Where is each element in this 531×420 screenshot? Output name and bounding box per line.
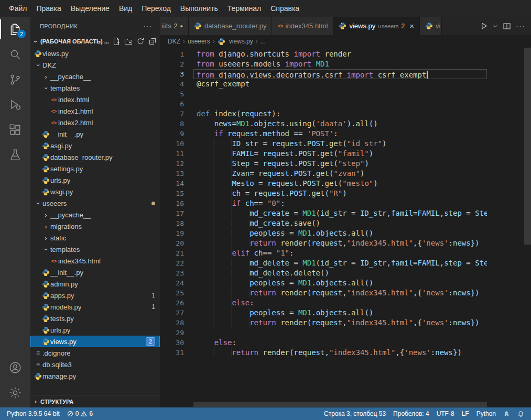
tree-item-wsgi.py[interactable]: wsgi.py (30, 186, 160, 197)
horizontal-scrollbar[interactable] (193, 402, 487, 407)
run-debug-activity-button[interactable] (0, 92, 30, 117)
minimap[interactable] (488, 49, 524, 82)
tree-item-index2.html[interactable]: <>index2.html (30, 117, 160, 128)
bell-icon[interactable] (514, 407, 528, 420)
tree-item-index1.html[interactable]: <>index1.html (30, 105, 160, 117)
code-line-25[interactable]: 25 return render(request,"index345.html"… (160, 288, 487, 298)
menu-item-8[interactable]: Справка (266, 2, 304, 15)
code-line-7[interactable]: 7def index(request): (160, 109, 487, 119)
eol-sequence[interactable]: LF (458, 407, 473, 420)
code-line-2[interactable]: 2from useeers.models import MD1 (160, 59, 487, 69)
tree-item-__init__.py[interactable]: __init__.py (30, 128, 160, 140)
code-line-31[interactable]: 31 return render(request,"index345.html"… (160, 348, 487, 358)
code-line-22[interactable]: 22 md_delete = MD1(id_str = ID_str,famil… (160, 258, 487, 268)
problems-indicator[interactable]: 0 6 (63, 407, 96, 420)
settings-button[interactable] (0, 380, 30, 405)
code-line-19[interactable]: 19 peopless = MD1.objects.all() (160, 228, 487, 238)
tree-item-models.py[interactable]: models.py1 (30, 301, 160, 313)
tree-item-index.html[interactable]: <>index.html (30, 94, 160, 105)
cursor-position[interactable]: Строка 3, столбец 53 (320, 407, 389, 420)
tab-vi[interactable]: vi (420, 17, 442, 35)
menu-item-1[interactable]: Файл (4, 2, 31, 15)
code-line-26[interactable]: 26 else: (160, 298, 487, 308)
close-icon[interactable]: × (409, 21, 414, 30)
new-file-icon[interactable] (112, 37, 121, 46)
tree-item-templates[interactable]: ›templates (30, 244, 160, 255)
code-line-13[interactable]: 13 Zvan= request.POST.get("zvan") (160, 169, 487, 179)
code-line-5[interactable]: 5 (160, 89, 487, 99)
code-line-21[interactable]: 21 elif ch== "1": (160, 248, 487, 258)
tree-item-.dcignore[interactable]: ≡.dcignore (30, 347, 160, 359)
code-line-8[interactable]: 8 news=MD1.objects.using('daata').all() (160, 119, 487, 129)
code-line-1[interactable]: 1from django.shortcuts import render (160, 49, 487, 59)
tree-item-db.sqlite3[interactable]: ≡db.sqlite3 (30, 359, 160, 370)
code-line-28[interactable]: 28 return render(request,"index345.html"… (160, 318, 487, 328)
code-line-24[interactable]: 24 peopless = MD1.objects.all() (160, 278, 487, 288)
horizontal-scrollbar-thumb[interactable] (193, 402, 487, 407)
tree-item-asgi.py[interactable]: asgi.py (30, 140, 160, 151)
explorer-more-actions-icon[interactable]: ··· (143, 21, 153, 30)
encoding[interactable]: UTF-8 (433, 407, 458, 420)
account-button[interactable] (0, 355, 30, 380)
explorer-activity-button[interactable]: 2 (0, 17, 30, 42)
code-line-27[interactable]: 27 peopless = MD1.objects.all() (160, 308, 487, 318)
breadcrumb-item-views.py[interactable]: views.py (229, 38, 253, 45)
language-mode[interactable]: Python (473, 407, 500, 420)
structure-section-header[interactable]: › СТРУКТУРА (30, 395, 160, 407)
tab-index345.html[interactable]: <>index345.html (272, 17, 333, 35)
python-interpreter[interactable]: Python 3.9.5 64-bit (3, 407, 63, 420)
workspace-section-header[interactable]: › (РАБОЧАЯ ОБЛАСТЬ) ... (30, 35, 160, 48)
code-line-20[interactable]: 20 return render(request,"index345.html"… (160, 238, 487, 248)
code-line-23[interactable]: 23 md_delete.delete() (160, 268, 487, 278)
code-line-9[interactable]: 9 if request.method == 'POST': (160, 129, 487, 139)
code-line-4[interactable]: 4@csrf_exempt (160, 79, 487, 89)
tree-item-admin.py[interactable]: admin.py (30, 278, 160, 290)
tree-item-database_roouter.py[interactable]: database_roouter.py (30, 151, 160, 163)
breadcrumb-item-...[interactable]: ... (261, 38, 266, 45)
tree-item-__init__.py[interactable]: __init__.py (30, 267, 160, 278)
tab-iiits[interactable]: iiits2● (160, 17, 189, 35)
menu-item-6[interactable]: Выполнить (176, 2, 223, 15)
vertical-scrollbar[interactable] (524, 48, 531, 407)
code-line-17[interactable]: 17 md_create = MD1(id_str = ID_str,famil… (160, 208, 487, 218)
code-line-11[interactable]: 11 FAMIL= request.POST.get("famil") (160, 149, 487, 159)
menu-item-2[interactable]: Правка (31, 2, 66, 15)
tab-views.py[interactable]: views.pyuseeers2× (333, 17, 419, 35)
vertical-scrollbar-thumb[interactable] (524, 48, 531, 245)
breadcrumb-item-DKZ[interactable]: DKZ (168, 38, 180, 45)
menu-item-3[interactable]: Выделение (66, 2, 114, 15)
menu-item-5[interactable]: Переход (137, 2, 176, 15)
tree-item-migrations[interactable]: ›migrations (30, 220, 160, 232)
tree-item-templates[interactable]: ›templates (30, 82, 160, 94)
breadcrumb-item-useeers[interactable]: useeers (188, 38, 210, 45)
tree-item-urls.py[interactable]: urls.py (30, 174, 160, 186)
tree-item-urls.py[interactable]: urls.py (30, 324, 160, 336)
tree-item-static[interactable]: ›static (30, 232, 160, 244)
extensions-activity-button[interactable] (0, 117, 30, 142)
tree-item-useeers[interactable]: ›useeers (30, 197, 160, 209)
split-editor-icon[interactable] (503, 22, 511, 30)
menu-item-4[interactable]: Вид (114, 2, 137, 15)
code-editor[interactable]: 1from django.shortcuts import render2fro… (160, 48, 531, 407)
tree-item-views.py[interactable]: views.py2 (30, 336, 160, 347)
code-line-12[interactable]: 12 Step = request.POST.get("step") (160, 159, 487, 169)
new-folder-icon[interactable] (124, 37, 133, 46)
tree-item-DKZ[interactable]: ›DKZ (30, 59, 160, 71)
search-activity-button[interactable] (0, 42, 30, 67)
tree-item-views.py[interactable]: views.py (30, 48, 160, 59)
tree-item-apps.py[interactable]: apps.py1 (30, 290, 160, 301)
menu-item-7[interactable]: Терминал (223, 2, 266, 15)
tree-item-index345.html[interactable]: <>index345.html (30, 255, 160, 267)
code-line-6[interactable]: 6 (160, 99, 487, 109)
run-dropdown-icon[interactable] (493, 24, 498, 29)
collapse-all-icon[interactable] (148, 37, 157, 46)
code-line-18[interactable]: 18 md_create.save() (160, 218, 487, 228)
tab-database_roouter.py[interactable]: database_roouter.py (189, 17, 273, 35)
tree-item-__pycache__[interactable]: ›__pycache__ (30, 209, 160, 220)
testing-activity-button[interactable] (0, 142, 30, 168)
code-line-29[interactable]: 29 (160, 328, 487, 338)
rocket-icon[interactable] (500, 407, 514, 420)
refresh-icon[interactable] (136, 37, 145, 46)
code-line-15[interactable]: 15 ch = request.POST.get("R") (160, 189, 487, 198)
code-line-30[interactable]: 30 else: (160, 338, 487, 348)
